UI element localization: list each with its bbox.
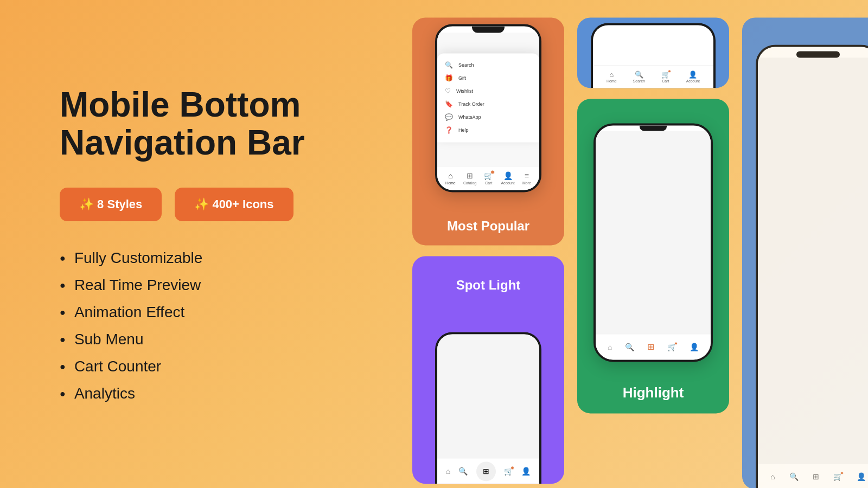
- nav-bar-popular: ⌂ Home ⊞ Catalog 🛒: [437, 166, 539, 190]
- highlight-nav-search: 🔍: [625, 343, 634, 351]
- nav-catalog: ⊞ Catalog: [463, 171, 476, 185]
- highlight-nav-cart: 🛒: [667, 343, 676, 351]
- blue-full-home: ⌂: [770, 472, 775, 481]
- submenu-wishlist: ♡ Wishlist: [445, 85, 532, 98]
- page-title: Mobile Bottom Navigation Bar: [60, 86, 353, 162]
- spotlight-nav-home: ⌂: [446, 467, 450, 476]
- nav-bar-spotlight: ⌂ 🔍 ⊞ 🛒: [437, 458, 539, 484]
- nav-bar-blue-full: ⌂ 🔍 ⊞ 🛒 👤: [758, 463, 868, 488]
- card-spotlight-label: Spot Light: [412, 268, 564, 304]
- nav-bar-blue: ⌂ Home 🔍 Search 🛒 Cart 👤: [593, 65, 713, 88]
- phone-blue-full: ⌂ 🔍 ⊞ 🛒 👤: [756, 44, 868, 488]
- nav-account: 👤 Account: [501, 171, 514, 185]
- right-panel: 🔍 Search 🎁 Gift ♡ Wishlist: [412, 0, 868, 488]
- card-spotlight: Spot Light ⌂ 🔍: [412, 256, 564, 484]
- highlight-nav-home: ⌂: [608, 343, 612, 351]
- submenu-gift: 🎁 Gift: [445, 72, 532, 85]
- highlight-nav-account: 👤: [690, 343, 699, 351]
- blue-nav-search: 🔍 Search: [633, 70, 645, 83]
- card-blue-top: ⌂ Home 🔍 Search 🛒 Cart 👤: [577, 17, 729, 88]
- submenu-search: 🔍 Search: [445, 59, 532, 72]
- left-panel: Mobile Bottom Navigation Bar ✨ 8 Styles …: [0, 0, 412, 488]
- card-highlight-label: Highlight: [577, 376, 729, 414]
- nav-more: ≡ More: [522, 171, 531, 185]
- nav-bar-highlight: ⌂ 🔍 ⊞ 🛒 👤: [596, 333, 711, 359]
- feature-item-1: Fully Customizable: [60, 249, 353, 267]
- cards-column-left: 🔍 Search 🎁 Gift ♡ Wishlist: [412, 17, 564, 488]
- submenu-whatsapp: 💬 WhatsApp: [445, 111, 532, 124]
- blue-full-cart: 🛒: [833, 472, 843, 481]
- blue-nav-account: 👤 Account: [686, 70, 700, 83]
- card-popular: 🔍 Search 🎁 Gift ♡ Wishlist: [412, 17, 564, 245]
- features-list: Fully Customizable Real Time Preview Ani…: [60, 249, 353, 402]
- nav-home: ⌂ Home: [445, 171, 456, 185]
- phone-spotlight: ⌂ 🔍 ⊞ 🛒: [435, 332, 541, 484]
- phone-popular: 🔍 Search 🎁 Gift ♡ Wishlist: [435, 24, 541, 192]
- styles-badge: ✨ 8 Styles: [60, 188, 162, 221]
- cards-column-extra: ⌂ 🔍 ⊞ 🛒 👤: [742, 17, 868, 488]
- blue-full-search: 🔍: [789, 472, 799, 481]
- feature-item-6: Analytics: [60, 385, 353, 402]
- blue-full-grid: ⊞: [813, 472, 819, 481]
- phone-blue-top: ⌂ Home 🔍 Search 🛒 Cart 👤: [591, 23, 716, 88]
- cards-grid: 🔍 Search 🎁 Gift ♡ Wishlist: [412, 17, 868, 488]
- icons-badge: ✨ 400+ Icons: [175, 188, 293, 221]
- feature-item-2: Real Time Preview: [60, 277, 353, 294]
- blue-nav-home: ⌂ Home: [607, 70, 617, 83]
- submenu-help: ❓ Help: [445, 124, 532, 137]
- nav-cart: 🛒 Cart: [484, 171, 493, 185]
- phone-notch: [472, 26, 505, 33]
- styles-badge-label: ✨ 8 Styles: [79, 197, 142, 211]
- phone-highlight: ⌂ 🔍 ⊞ 🛒 👤: [593, 123, 713, 362]
- spotlight-nav-active: ⊞: [476, 461, 496, 481]
- feature-item-4: Sub Menu: [60, 331, 353, 348]
- feature-item-5: Cart Counter: [60, 358, 353, 375]
- spotlight-nav-search: 🔍: [458, 467, 468, 476]
- cart-badge: [490, 170, 495, 174]
- card-blue-full: ⌂ 🔍 ⊞ 🛒 👤: [742, 17, 868, 488]
- blue-nav-cart: 🛒 Cart: [661, 70, 670, 83]
- card-popular-label: Most Popular: [412, 209, 564, 245]
- spotlight-nav-account: 👤: [521, 467, 531, 476]
- icons-badge-label: ✨ 400+ Icons: [194, 197, 273, 211]
- feature-item-3: Animation Effect: [60, 304, 353, 321]
- spotlight-nav-cart: 🛒: [504, 467, 513, 476]
- cards-column-right: ⌂ Home 🔍 Search 🛒 Cart 👤: [577, 17, 729, 488]
- highlight-nav-active: ⊞: [647, 342, 654, 352]
- blue-full-account: 👤: [857, 472, 866, 481]
- submenu-trackorder: 🔖 Track Order: [445, 98, 532, 111]
- badges-container: ✨ 8 Styles ✨ 400+ Icons: [60, 188, 353, 221]
- card-highlight: ⌂ 🔍 ⊞ 🛒 👤: [577, 99, 729, 413]
- submenu-popup: 🔍 Search 🎁 Gift ♡ Wishlist: [437, 53, 539, 142]
